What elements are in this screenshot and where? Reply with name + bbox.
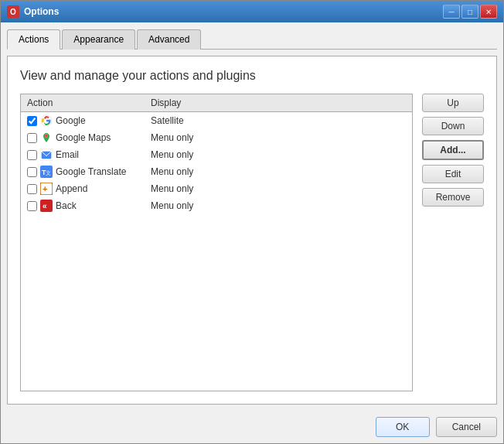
action-checkbox[interactable] (27, 184, 37, 194)
ok-button[interactable]: OK (376, 417, 430, 437)
back-icon: « (40, 200, 53, 212)
table-row: +AppendMenu only (21, 180, 412, 197)
svg-text:+: + (43, 184, 47, 193)
action-checkbox[interactable] (27, 116, 37, 126)
action-checkbox[interactable] (27, 150, 37, 160)
up-button[interactable]: Up (422, 94, 484, 112)
title-bar-controls: ─ □ ✕ (443, 5, 497, 19)
table-header: Action Display (21, 94, 412, 112)
action-cell: Email (21, 146, 145, 163)
display-cell: Menu only (145, 180, 412, 197)
add-button[interactable]: Add... (422, 140, 484, 160)
cancel-button[interactable]: Cancel (436, 417, 497, 437)
tab-bar: Actions Appearance Advanced (7, 29, 497, 50)
action-cell: «Back (21, 197, 145, 214)
remove-button[interactable]: Remove (422, 188, 484, 207)
action-checkbox[interactable] (27, 133, 37, 143)
panel-title: View and manage your actions and plugins (20, 69, 484, 83)
translate-icon: T文 (40, 166, 53, 178)
bottom-bar: OK Cancel (7, 411, 497, 437)
email-icon (40, 149, 53, 161)
display-cell: Menu only (145, 129, 412, 146)
table-row: T文Google TranslateMenu only (21, 163, 412, 180)
tab-appearance[interactable]: Appearance (62, 29, 135, 50)
side-buttons: Up Down Add... Edit Remove (422, 94, 484, 391)
close-button[interactable]: ✕ (480, 5, 497, 19)
svg-text:文: 文 (46, 170, 51, 176)
actions-table-container: Action Display GoogleSatelliteGoogle Map… (20, 94, 413, 391)
table-body: GoogleSatelliteGoogle MapsMenu onlyEmail… (21, 112, 412, 215)
actions-panel: View and manage your actions and plugins… (7, 56, 497, 405)
table-row: EmailMenu only (21, 146, 412, 163)
action-cell: +Append (21, 180, 145, 197)
google-icon (40, 114, 53, 127)
tab-actions[interactable]: Actions (7, 29, 60, 50)
col-action: Action (21, 94, 145, 112)
display-cell: Menu only (145, 163, 412, 180)
options-window: O Options ─ □ ✕ Actions Appearance Advan… (0, 0, 504, 444)
action-cell: Google Maps (21, 129, 145, 146)
minimize-button[interactable]: ─ (443, 5, 460, 19)
action-name: Google Maps (56, 132, 111, 143)
action-name: Append (56, 183, 87, 194)
table-row: Google MapsMenu only (21, 129, 412, 146)
action-cell: Google (21, 112, 145, 130)
action-name: Email (56, 149, 79, 160)
display-cell: Satellite (145, 112, 412, 130)
window-title: Options (24, 6, 443, 17)
down-button[interactable]: Down (422, 117, 484, 135)
display-cell: Menu only (145, 197, 412, 214)
window-content: Actions Appearance Advanced View and man… (1, 22, 503, 443)
action-checkbox[interactable] (27, 201, 37, 211)
panel-body: Action Display GoogleSatelliteGoogle Map… (20, 94, 484, 391)
action-cell: T文Google Translate (21, 163, 145, 180)
title-bar: O Options ─ □ ✕ (1, 1, 503, 22)
actions-table: Action Display GoogleSatelliteGoogle Map… (21, 94, 412, 214)
maps-icon (40, 131, 53, 144)
tab-advanced[interactable]: Advanced (137, 29, 201, 50)
action-name: Back (56, 200, 77, 211)
edit-button[interactable]: Edit (422, 165, 484, 183)
action-checkbox[interactable] (27, 167, 37, 177)
maximize-button[interactable]: □ (461, 5, 478, 19)
col-display: Display (145, 94, 412, 112)
action-name: Google Translate (56, 166, 126, 177)
table-row: GoogleSatellite (21, 112, 412, 130)
window-icon: O (7, 5, 19, 18)
display-cell: Menu only (145, 146, 412, 163)
table-row: «BackMenu only (21, 197, 412, 214)
svg-text:«: « (43, 202, 47, 210)
append-icon: + (40, 183, 53, 195)
action-name: Google (56, 115, 86, 126)
